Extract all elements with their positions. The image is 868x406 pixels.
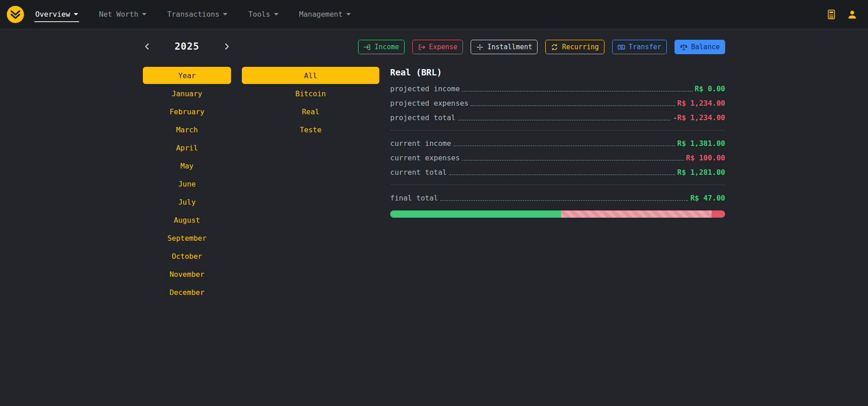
- chevron-down-icon: [142, 13, 146, 15]
- chevron-left-icon: [144, 42, 151, 51]
- account-bitcoin[interactable]: Bitcoin: [295, 89, 326, 98]
- dotted-leader: [458, 114, 671, 121]
- scales-icon: [680, 43, 688, 51]
- month-march[interactable]: March: [176, 126, 198, 134]
- row-projected-total: projected total -R$ 1,234.00: [390, 110, 725, 125]
- action-buttons: Income Expense Installment: [390, 40, 725, 54]
- all-accounts-button[interactable]: All: [242, 67, 379, 84]
- next-year-button[interactable]: [222, 42, 231, 51]
- year-navigation: 2025: [143, 40, 231, 53]
- calculator-icon[interactable]: [826, 9, 836, 19]
- divide-icon: [476, 43, 484, 51]
- dotted-leader: [462, 154, 684, 161]
- row-value: R$ 47.00: [690, 194, 725, 202]
- nav-management[interactable]: Management: [298, 7, 352, 22]
- user-icon[interactable]: [847, 9, 857, 19]
- income-button-label: Income: [375, 43, 399, 51]
- transfer-button-label: Transfer: [629, 43, 661, 51]
- nav-tools-label: Tools: [248, 10, 270, 19]
- divider: [390, 185, 725, 185]
- nav-management-label: Management: [299, 10, 343, 19]
- nav-overview[interactable]: Overview: [34, 7, 79, 22]
- balance-button[interactable]: Balance: [675, 40, 725, 54]
- dotted-leader: [449, 169, 675, 175]
- month-november[interactable]: November: [170, 270, 204, 279]
- row-value: R$ 0.00: [695, 84, 725, 93]
- row-value: R$ 1,234.00: [677, 99, 725, 107]
- chevron-right-icon: [223, 42, 230, 51]
- month-august[interactable]: August: [174, 216, 200, 224]
- progress-green-segment: [390, 210, 561, 218]
- account-teste[interactable]: Teste: [300, 126, 321, 134]
- income-button[interactable]: Income: [358, 40, 405, 54]
- row-label: final total: [390, 194, 438, 202]
- expense-button-label: Expense: [429, 43, 458, 51]
- nav-tools[interactable]: Tools: [247, 7, 279, 22]
- currency-title: Real (BRL): [390, 67, 725, 78]
- month-june[interactable]: June: [178, 180, 196, 188]
- prev-year-button[interactable]: [143, 42, 151, 51]
- nav-net-worth[interactable]: Net Worth: [98, 7, 147, 22]
- row-projected-income: projected income R$ 0.00: [390, 81, 725, 96]
- main-content: 2025 Year January February March April M…: [0, 29, 868, 301]
- balance-progress-bar: [390, 210, 725, 218]
- row-value: R$ 1,381.00: [677, 139, 725, 148]
- cash-icon: [618, 43, 625, 51]
- month-list: January February March April May June Ju…: [143, 84, 231, 301]
- chevron-down-icon: [74, 13, 78, 15]
- nav-transactions-label: Transactions: [167, 10, 220, 19]
- month-september[interactable]: September: [167, 234, 207, 243]
- row-label: projected income: [390, 84, 460, 93]
- row-label: current total: [390, 168, 447, 177]
- recurring-button[interactable]: Recurring: [545, 40, 604, 54]
- expense-button[interactable]: Expense: [412, 40, 463, 54]
- row-label: projected expenses: [390, 99, 468, 107]
- installment-button-label: Installment: [487, 43, 532, 51]
- row-value: R$ 1,281.00: [677, 168, 725, 177]
- progress-red-segment: [712, 210, 725, 218]
- box-arrow-right-icon: [418, 43, 425, 51]
- account-list: Bitcoin Real Teste: [242, 84, 379, 139]
- year-label: 2025: [175, 41, 199, 52]
- installment-button[interactable]: Installment: [471, 40, 538, 54]
- row-current-expenses: current expenses R$ 100.00: [390, 150, 725, 165]
- account-real[interactable]: Real: [302, 107, 320, 116]
- month-february[interactable]: February: [170, 107, 204, 116]
- app-logo[interactable]: [6, 5, 24, 23]
- main-nav: Overview Net Worth Transactions Tools Ma…: [34, 0, 371, 29]
- divider: [390, 130, 725, 131]
- summary-panel: Income Expense Installment: [390, 40, 725, 301]
- month-january[interactable]: January: [172, 89, 202, 98]
- month-april[interactable]: April: [176, 144, 198, 152]
- month-july[interactable]: July: [178, 198, 196, 206]
- row-final-total: final total R$ 47.00: [390, 191, 725, 205]
- nav-net-worth-label: Net Worth: [99, 10, 138, 19]
- chevron-down-icon: [223, 13, 227, 15]
- dotted-leader: [453, 140, 675, 146]
- progress-striped-segment: [561, 210, 712, 218]
- row-label: projected total: [390, 113, 456, 122]
- dotted-leader: [440, 195, 688, 201]
- balance-button-label: Balance: [691, 43, 720, 51]
- dotted-leader: [462, 85, 692, 92]
- nav-overview-label: Overview: [35, 10, 70, 19]
- accounts-panel: All Bitcoin Real Teste: [242, 40, 379, 301]
- month-may[interactable]: May: [180, 162, 193, 170]
- row-label: current income: [390, 139, 451, 148]
- nav-transactions[interactable]: Transactions: [166, 7, 229, 22]
- row-label: current expenses: [390, 154, 460, 162]
- transfer-button[interactable]: Transfer: [612, 40, 667, 54]
- dotted-leader: [471, 100, 675, 106]
- row-projected-expenses: projected expenses R$ 1,234.00: [390, 96, 725, 110]
- recurring-button-label: Recurring: [562, 43, 599, 51]
- arrow-repeat-icon: [551, 43, 558, 51]
- year-button[interactable]: Year: [143, 67, 231, 84]
- summary-rows: projected income R$ 0.00 projected expen…: [390, 81, 725, 205]
- top-navbar: Overview Net Worth Transactions Tools Ma…: [0, 0, 868, 29]
- row-current-total: current total R$ 1,281.00: [390, 165, 725, 179]
- row-value: -R$ 1,234.00: [673, 113, 725, 122]
- month-october[interactable]: October: [172, 252, 202, 261]
- row-value: R$ 100.00: [686, 154, 725, 162]
- month-december[interactable]: December: [170, 288, 204, 297]
- period-panel: 2025 Year January February March April M…: [143, 40, 231, 301]
